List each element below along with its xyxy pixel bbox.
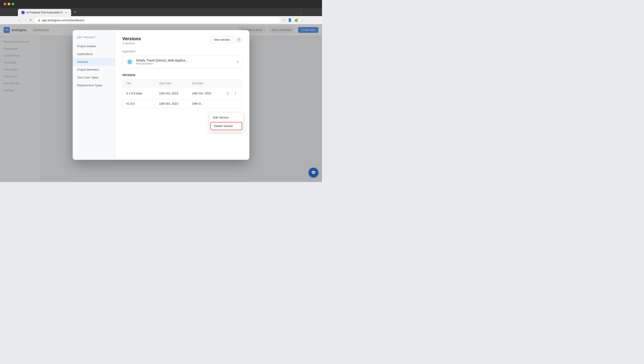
reload-button[interactable]: ↻ — [30, 18, 32, 22]
back-button[interactable]: ← — [18, 18, 22, 22]
bookmark-icon[interactable]: ☆ — [283, 18, 286, 22]
extension-icon[interactable]: 🧩 — [294, 18, 298, 22]
minimize-traffic-light[interactable] — [8, 3, 10, 5]
app-selector-info: 🌐 Simply Travel (Demo)_Web Applica... We… — [126, 58, 188, 65]
chevron-down-icon: ▾ — [237, 60, 238, 64]
modal-nav-test-case-types[interactable]: Test Case Types — [73, 74, 115, 82]
version-title-2: V1.0.0 — [126, 102, 159, 105]
col-header-title: Title — [126, 82, 159, 85]
profile-icon[interactable]: 👤 — [288, 18, 292, 22]
browser-menu-button[interactable]: ⋮ — [301, 18, 304, 22]
modal-header: Versions 2 Versions New version × — [122, 36, 242, 45]
modal-nav-project-members[interactable]: Project Members — [73, 66, 115, 74]
context-menu-delete[interactable]: Delete Version — [210, 122, 242, 130]
versions-section-label: Versions — [122, 73, 242, 77]
modal-title-group: Versions 2 Versions — [122, 36, 141, 45]
copy-icon-1[interactable]: ⎘ — [225, 90, 231, 96]
application-section-label: Application — [122, 50, 242, 53]
edit-project-label: EDIT PROJECT — [73, 36, 115, 42]
col-header-start-date: Start Date — [159, 82, 192, 85]
browser-menu-icon[interactable]: ⋮ — [298, 10, 304, 15]
maximize-traffic-light[interactable] — [12, 3, 14, 5]
traffic-lights — [4, 3, 14, 5]
modal-subtitle: 2 Versions — [122, 42, 141, 45]
close-traffic-light[interactable] — [4, 3, 6, 5]
modal-main-content: Versions 2 Versions New version × Applic… — [115, 30, 249, 160]
tab-favicon — [22, 11, 24, 14]
version-start-2: 13th Oct, 2023 — [159, 102, 192, 105]
globe-icon: 🌐 — [126, 58, 133, 65]
version-title-1: V 1.0.0-beta — [126, 92, 159, 95]
tab-close-button[interactable]: ✕ — [64, 11, 68, 14]
context-menu-edit[interactable]: Edit Version — [210, 114, 243, 122]
address-text: app.testsigma.com/ui/dashboard — [42, 18, 84, 22]
versions-table: Title Start Date End Date V 1.0.0-beta 1… — [122, 79, 242, 108]
version-start-1: 13th Oct, 2023 — [159, 92, 192, 95]
app-selector-type: Web application — [136, 62, 188, 65]
modal-nav-project-details[interactable]: Project Details — [73, 42, 115, 50]
app-selector[interactable]: 🌐 Simply Travel (Demo)_Web Applica... We… — [122, 55, 242, 68]
active-tab[interactable]: AI Powered Test Automation P ✕ — [18, 9, 71, 16]
lock-icon: 🔒 — [38, 19, 41, 22]
table-row: V1.0.0 13th Oct, 2023 14th O... — [122, 99, 242, 108]
modal-close-button[interactable]: × — [236, 37, 242, 43]
forward-button[interactable]: → — [24, 18, 27, 22]
version-end-1: 14th Oct, 2023 — [192, 92, 225, 95]
modal-nav-applications[interactable]: Applications — [73, 50, 115, 58]
table-row: V 1.0.0-beta 13th Oct, 2023 14th Oct, 20… — [122, 88, 242, 99]
new-tab-button[interactable]: + — [71, 9, 79, 15]
row-actions-1: ⎘ ⋮ — [225, 90, 238, 96]
col-header-end-date: End Date — [192, 82, 225, 85]
table-header: Title Start Date End Date — [122, 80, 242, 88]
version-end-2: 14th O... — [192, 102, 225, 105]
modal-nav-versions[interactable]: Versions — [73, 58, 115, 66]
address-bar[interactable]: 🔒 app.testsigma.com/ui/dashboard — [34, 17, 280, 23]
new-version-button[interactable]: New version — [210, 36, 233, 43]
modal-nav-requirement-types[interactable]: Requirement Types — [73, 82, 115, 89]
more-actions-icon-1[interactable]: ⋮ — [232, 90, 238, 96]
app-selector-name: Simply Travel (Demo)_Web Applica... — [136, 58, 188, 62]
browser-toolbar: ☆ 👤 🧩 ⋮ — [283, 18, 304, 22]
modal-sidebar: EDIT PROJECT Project Details Application… — [73, 30, 115, 160]
col-header-actions — [225, 82, 238, 85]
modal-title: Versions — [122, 36, 141, 41]
edit-project-modal: EDIT PROJECT Project Details Application… — [73, 30, 249, 160]
context-menu: Edit Version Delete Version — [210, 113, 243, 132]
tab-title: AI Powered Test Automation P — [26, 11, 62, 14]
